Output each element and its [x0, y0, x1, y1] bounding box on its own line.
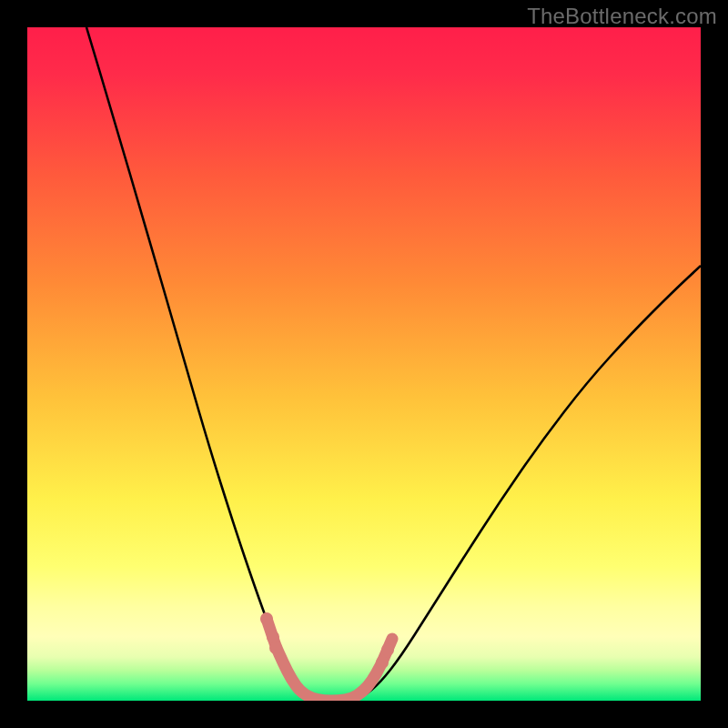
series-bottom-squiggle-bead — [269, 642, 282, 654]
series-bottom-squiggle-bead — [376, 656, 389, 669]
chart-plot-area — [27, 27, 701, 701]
series-right-curve — [350, 266, 701, 701]
chart-frame — [0, 0, 728, 728]
series-bottom-squiggle — [267, 619, 392, 701]
series-left-curve — [86, 27, 323, 701]
series-bottom-squiggle-bead — [267, 631, 279, 643]
series-bottom-squiggle-bead — [381, 643, 394, 656]
series-bottom-squiggle-bead — [260, 612, 273, 625]
watermark-text: TheBottleneck.com — [527, 4, 717, 29]
